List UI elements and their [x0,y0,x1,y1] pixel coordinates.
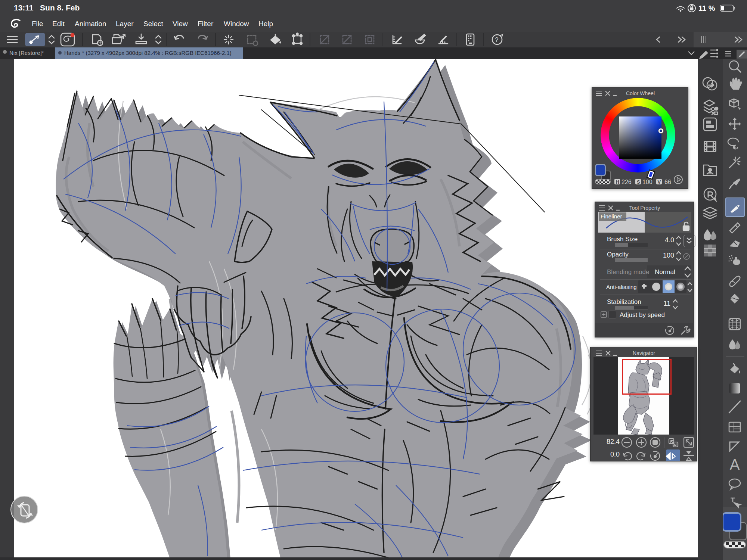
svg-text:H: H [616,179,619,185]
svg-text:V: V [658,179,661,185]
svg-text:226: 226 [622,179,632,185]
svg-text:11 %: 11 % [698,4,715,12]
svg-text:A: A [730,456,740,473]
svg-text:100: 100 [642,179,653,185]
svg-text:66: 66 [664,179,671,185]
svg-text:?: ? [495,36,498,43]
svg-text:S: S [637,179,640,185]
